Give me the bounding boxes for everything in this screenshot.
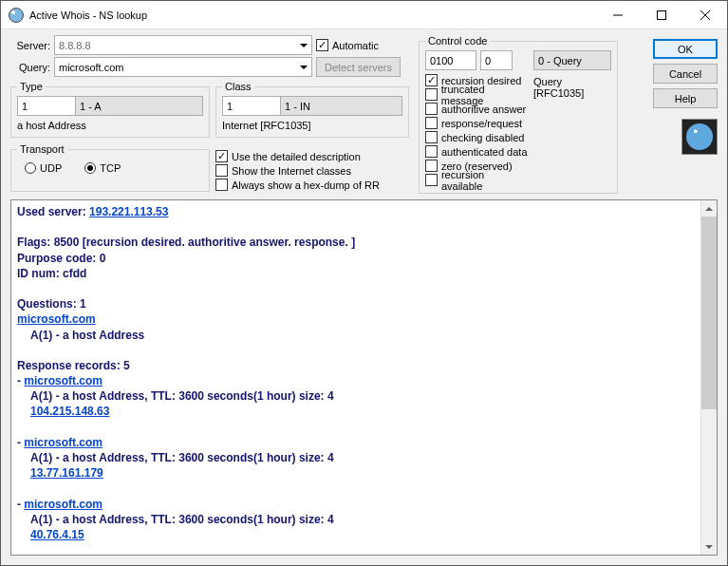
output-panel: Used server: 193.221.113.53 Flags: 8500 … (10, 199, 718, 556)
chevron-down-icon (300, 42, 308, 49)
checkbox-icon (425, 145, 438, 158)
authoritive-answer-checkbox[interactable]: authoritive answer (425, 102, 528, 116)
transport-fieldset: Transport UDP TCP (10, 143, 210, 192)
scroll-thumb[interactable] (701, 217, 717, 409)
record-host-link[interactable]: microsoft.com (24, 374, 103, 387)
checkbox-icon (215, 150, 228, 162)
window-title: Active Whois - NS lookup (29, 9, 147, 21)
authenticated-data-checkbox[interactable]: authenticated data (425, 144, 528, 159)
type-select[interactable]: 1 - A (76, 96, 203, 116)
show-classes-checkbox[interactable]: Show the Internet classes (215, 163, 409, 178)
radio-icon (25, 162, 36, 174)
checkbox-icon (425, 117, 438, 129)
checkbox-icon (215, 179, 228, 191)
checking-disabled-checkbox[interactable]: checking disabled (425, 130, 528, 144)
control-code-select[interactable]: 0 - Query (533, 50, 611, 70)
detailed-checkbox[interactable]: Use the detailed description (215, 149, 409, 163)
titlebar: Active Whois - NS lookup (1, 1, 727, 29)
class-legend: Class (222, 81, 254, 92)
radio-icon (84, 162, 96, 174)
minimize-button[interactable] (596, 1, 640, 29)
svg-rect-1 (658, 10, 666, 19)
output-text: Used server: 193.221.113.53 Flags: 8500 … (11, 200, 700, 555)
record-ip-link[interactable]: 104.215.148.63 (30, 405, 109, 418)
checkbox-icon (425, 103, 438, 115)
truncated-message-checkbox[interactable]: truncated message (425, 87, 528, 102)
control-code-input-1[interactable]: 0100 (425, 50, 476, 70)
type-num-input[interactable]: 1 (17, 96, 76, 116)
tcp-radio[interactable]: TCP (84, 162, 121, 174)
class-select[interactable]: 1 - IN (281, 96, 402, 116)
record-ip-link[interactable]: 40.76.4.15 (30, 528, 84, 541)
udp-radio[interactable]: UDP (25, 162, 62, 174)
class-description: Internet [RFC1035] (222, 120, 402, 131)
server-label: Server: (10, 40, 50, 51)
query-label: Query: (10, 62, 50, 73)
response-request-checkbox[interactable]: response/request (425, 116, 528, 130)
control-code-legend: Control code (425, 35, 490, 47)
scroll-down-button[interactable] (701, 538, 717, 555)
checkbox-icon (425, 74, 438, 86)
chevron-down-icon (300, 64, 308, 71)
checkbox-icon (425, 131, 438, 143)
hex-dump-checkbox[interactable]: Always show a hex-dump of RR (215, 178, 409, 192)
automatic-checkbox[interactable]: Automatic (316, 38, 379, 53)
transport-legend: Transport (17, 143, 67, 155)
type-fieldset: Type 1 1 - A a host Address (10, 81, 210, 138)
checkbox-icon (425, 174, 438, 186)
app-icon (9, 8, 24, 23)
checkbox-icon (425, 88, 438, 101)
class-fieldset: Class 1 1 - IN Internet [RFC1035] (215, 81, 409, 138)
control-code-fieldset: Control code 0100 0 recursion desired tr… (419, 35, 618, 194)
controls-panel: Server: 8.8.8.8 Automatic Query: microso… (1, 29, 727, 198)
scrollbar[interactable] (700, 200, 717, 555)
used-server-link[interactable]: 193.221.113.53 (89, 205, 168, 218)
query-input[interactable]: microsoft.com (54, 57, 312, 77)
globe-icon (681, 119, 718, 155)
record-host-link[interactable]: microsoft.com (24, 436, 103, 449)
detect-servers-button[interactable]: Detect servers (316, 57, 401, 77)
scroll-up-button[interactable] (701, 200, 717, 217)
type-description: a host Address (17, 120, 203, 131)
checkbox-icon (316, 39, 328, 51)
control-code-input-2[interactable]: 0 (480, 50, 513, 70)
close-button[interactable] (683, 1, 727, 29)
maximize-button[interactable] (640, 1, 683, 29)
help-button[interactable]: Help (653, 88, 718, 108)
checkbox-icon (425, 160, 438, 172)
class-num-input[interactable]: 1 (222, 96, 281, 116)
query-rfc-label: Query [RFC1035] (533, 76, 611, 99)
record-host-link[interactable]: microsoft.com (24, 498, 103, 511)
checkbox-icon (215, 164, 228, 177)
scroll-track[interactable] (701, 217, 717, 538)
record-ip-link[interactable]: 13.77.161.179 (30, 466, 103, 480)
type-legend: Type (17, 81, 46, 92)
server-input[interactable]: 8.8.8.8 (54, 35, 312, 55)
question-host-link[interactable]: microsoft.com (17, 312, 96, 326)
recursion-available-checkbox[interactable]: recursion available (425, 173, 528, 187)
window: Active Whois - NS lookup Server: 8.8.8.8… (0, 0, 728, 566)
ok-button[interactable]: OK (653, 39, 718, 59)
cancel-button[interactable]: Cancel (653, 64, 718, 84)
